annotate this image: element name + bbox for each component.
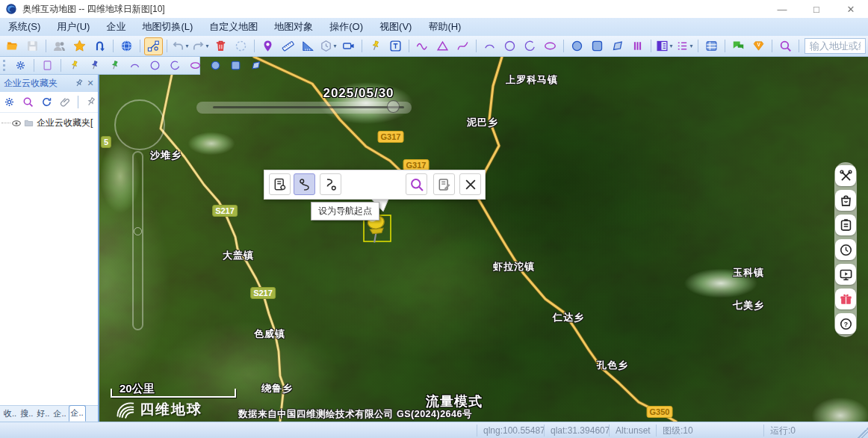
zoom-slider-handle[interactable] [134, 227, 142, 235]
close-button[interactable]: ✕ [834, 1, 868, 18]
arc-button[interactable] [125, 57, 144, 75]
dropdown-arrow-icon[interactable]: ▾ [205, 43, 208, 49]
chat-button[interactable] [729, 37, 748, 55]
menu-item-5[interactable]: 地图对象 [266, 18, 321, 36]
rect-filled-button[interactable] [226, 57, 245, 75]
clipboard-button[interactable] [835, 215, 856, 235]
resize-grip[interactable] [858, 422, 868, 438]
maximize-button[interactable]: □ [799, 1, 834, 18]
popup-close-button[interactable] [459, 173, 481, 195]
popup-nav-start-button[interactable] [294, 173, 315, 195]
ellipse-button[interactable] [541, 37, 559, 55]
area-measure-button[interactable] [299, 37, 317, 55]
menu-item-1[interactable]: 用户(U) [49, 18, 98, 36]
arc-open-button[interactable] [166, 57, 185, 75]
earth-3d-button[interactable] [117, 37, 136, 55]
search-input[interactable] [805, 38, 866, 54]
date-slider-handle[interactable] [387, 100, 400, 113]
menu-item-6[interactable]: 操作(O) [321, 18, 371, 36]
settings-gear-button[interactable] [1, 93, 18, 111]
undo-button[interactable]: ▾ [171, 37, 190, 55]
tools-button[interactable] [835, 165, 856, 186]
search-button[interactable] [19, 93, 37, 111]
lasso-select-button[interactable] [232, 37, 250, 55]
circle-filled-button[interactable] [568, 37, 586, 55]
delete-button[interactable] [211, 37, 230, 55]
viewport-button[interactable] [339, 37, 358, 55]
zoom-slider[interactable] [132, 151, 143, 330]
panel-tab-1[interactable]: 搜.. [19, 407, 34, 422]
map-canvas[interactable]: 2025/05/30 上罗科马镇泥巴乡沙堆乡大盖镇色威镇绕鲁乡虾拉沱镇仁达乡孔色… [99, 57, 868, 422]
hex-clock-button[interactable]: ▾ [319, 37, 338, 55]
attachment-button[interactable] [57, 93, 74, 111]
menu-item-7[interactable]: 视图(V) [371, 18, 420, 36]
text-label-button[interactable] [386, 37, 405, 55]
redo-button[interactable]: ▾ [191, 37, 210, 55]
bars-icon [631, 40, 644, 52]
pushpin-yellow-button[interactable] [65, 57, 84, 75]
location-pin-button[interactable] [258, 37, 277, 55]
ellipse-button[interactable] [186, 57, 205, 75]
data-table-button[interactable] [702, 37, 721, 55]
rect-filled-button[interactable] [588, 37, 607, 55]
menu-item-2[interactable]: 企业 [98, 18, 134, 36]
toolbar-grip[interactable] [3, 60, 7, 71]
screen-play-button[interactable] [835, 264, 856, 285]
circle-filled-button[interactable] [206, 57, 225, 75]
contacts-button[interactable] [50, 37, 69, 55]
polygon-filled-button[interactable] [608, 37, 627, 55]
visibility-eye-icon[interactable] [11, 118, 22, 129]
refresh-button[interactable] [38, 93, 55, 111]
dropdown-arrow-icon[interactable]: ▾ [669, 43, 672, 49]
panel-tab-3[interactable]: 企.. [52, 407, 67, 422]
pin-button[interactable] [82, 93, 98, 111]
menu-item-8[interactable]: 帮助(H) [420, 18, 469, 36]
popup-marker-settings-button[interactable] [269, 173, 291, 195]
pushpin-button[interactable] [366, 37, 385, 55]
bars-button[interactable] [628, 37, 647, 55]
panel-pin-button[interactable] [72, 78, 84, 90]
arc-button[interactable] [480, 37, 499, 55]
triangle-button[interactable] [433, 37, 452, 55]
popup-edit-note-button[interactable] [433, 173, 455, 195]
ruler-button[interactable] [279, 37, 297, 55]
menu-item-0[interactable]: 系统(S) [0, 18, 49, 36]
popup-search-button[interactable] [406, 173, 427, 195]
panel-tab-2[interactable]: 好.. [35, 407, 51, 422]
clock-button[interactable] [835, 239, 856, 260]
favorites-star-button[interactable] [70, 37, 89, 55]
polygon-filled-button[interactable] [247, 57, 265, 75]
panel-tab-0[interactable]: 收.. [2, 407, 18, 422]
pushpin-blue-button[interactable] [85, 57, 104, 75]
compass-control[interactable] [114, 99, 165, 150]
open-folder-button[interactable] [3, 37, 22, 55]
dropdown-arrow-icon[interactable]: ▾ [333, 43, 336, 49]
menu-item-3[interactable]: 地图切换(L) [134, 18, 201, 36]
circle-button[interactable] [500, 37, 519, 55]
settings-gear-button[interactable] [11, 57, 30, 75]
popup-nav-end-button[interactable] [320, 173, 341, 195]
route-button[interactable] [90, 37, 109, 55]
polyline-button[interactable] [413, 37, 432, 55]
track-edit-button[interactable] [144, 37, 163, 55]
dropdown-arrow-icon[interactable]: ▾ [689, 43, 692, 49]
panel-list-button[interactable]: ▾ [655, 37, 674, 55]
save-button[interactable] [23, 37, 42, 55]
panel-tab-4[interactable]: 企.. [69, 405, 86, 422]
vip-button[interactable]: V [749, 37, 768, 55]
new-doc-button[interactable] [38, 57, 57, 75]
gift-button[interactable] [835, 289, 856, 309]
minimize-button[interactable]: — [765, 1, 799, 18]
panel-close-button[interactable]: ✕ [84, 78, 96, 90]
bag-button[interactable] [835, 190, 856, 211]
list-settings-button[interactable]: ▾ [675, 37, 694, 55]
tree-item[interactable]: 企业云收藏夹[ [1, 117, 98, 129]
help-button[interactable]: ? [835, 313, 856, 334]
arc-open-button[interactable] [521, 37, 539, 55]
dropdown-arrow-icon[interactable]: ▾ [185, 43, 188, 49]
search-button[interactable] [776, 37, 795, 55]
curve-button[interactable] [453, 37, 472, 55]
pushpin-green-button[interactable] [105, 57, 124, 75]
menu-item-4[interactable]: 自定义地图 [201, 18, 266, 36]
circle-button[interactable] [146, 57, 164, 75]
